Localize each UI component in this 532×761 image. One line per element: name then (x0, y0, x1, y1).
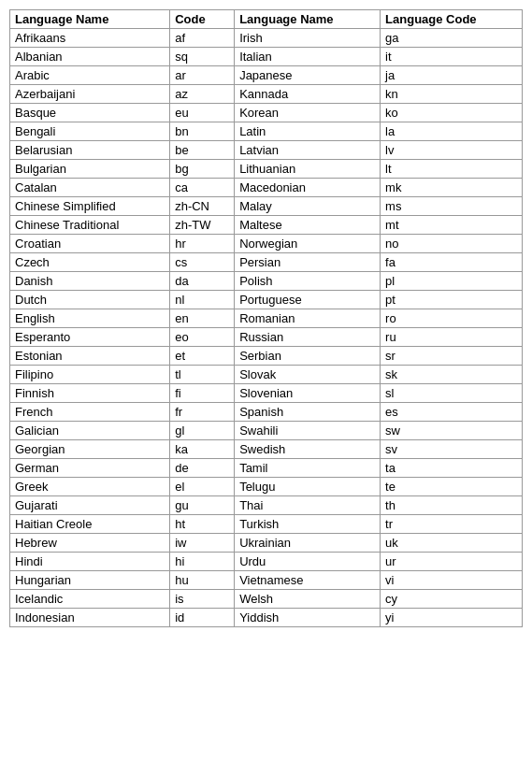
table-row: AlbaniansqItalianit (10, 48, 523, 66)
table-row: DanishdaPolishpl (10, 272, 523, 291)
col-header-lang-name-1: Language Name (10, 10, 170, 29)
cell-r25-c3: th (381, 496, 523, 515)
cell-r3-c3: kn (381, 85, 523, 104)
table-row: HebrewiwUkrainianuk (10, 534, 523, 553)
cell-r12-c1: cs (170, 253, 235, 272)
col-header-code-1: Code (170, 10, 235, 29)
table-row: FinnishfiSloveniansl (10, 384, 523, 403)
cell-r24-c3: te (381, 478, 523, 496)
cell-r28-c2: Urdu (235, 553, 381, 571)
cell-r11-c2: Norwegian (235, 235, 381, 253)
cell-r14-c0: Dutch (10, 291, 170, 309)
table-row: IndonesianidYiddishyi (10, 609, 523, 627)
cell-r0-c2: Irish (235, 29, 381, 48)
cell-r18-c2: Slovak (235, 366, 381, 384)
cell-r7-c1: bg (170, 160, 235, 179)
cell-r17-c2: Serbian (235, 347, 381, 366)
cell-r14-c3: pt (381, 291, 523, 309)
cell-r10-c0: Chinese Traditional (10, 216, 170, 235)
cell-r15-c2: Romanian (235, 309, 381, 328)
cell-r26-c1: ht (170, 515, 235, 534)
cell-r14-c2: Portuguese (235, 291, 381, 309)
cell-r5-c2: Latin (235, 122, 381, 141)
cell-r2-c3: ja (381, 66, 523, 85)
cell-r24-c2: Telugu (235, 478, 381, 496)
table-row: Chinese Simplifiedzh-CNMalayms (10, 197, 523, 216)
table-row: HungarianhuVietnamesevi (10, 571, 523, 590)
table-row: BelarusianbeLatvianlv (10, 141, 523, 160)
cell-r22-c1: ka (170, 440, 235, 459)
cell-r31-c3: yi (381, 609, 523, 627)
cell-r5-c1: bn (170, 122, 235, 141)
cell-r19-c2: Slovenian (235, 384, 381, 403)
table-row: BasqueeuKoreanko (10, 104, 523, 122)
cell-r5-c0: Bengali (10, 122, 170, 141)
cell-r30-c3: cy (381, 590, 523, 609)
cell-r6-c3: lv (381, 141, 523, 160)
cell-r21-c2: Swahili (235, 422, 381, 440)
cell-r20-c2: Spanish (235, 403, 381, 422)
cell-r24-c1: el (170, 478, 235, 496)
table-row: EnglishenRomanianro (10, 309, 523, 328)
cell-r24-c0: Greek (10, 478, 170, 496)
cell-r3-c2: Kannada (235, 85, 381, 104)
cell-r4-c3: ko (381, 104, 523, 122)
table-row: CroatianhrNorwegianno (10, 235, 523, 253)
cell-r23-c3: ta (381, 459, 523, 478)
cell-r30-c2: Welsh (235, 590, 381, 609)
cell-r29-c3: vi (381, 571, 523, 590)
cell-r30-c0: Icelandic (10, 590, 170, 609)
cell-r21-c0: Galician (10, 422, 170, 440)
cell-r0-c1: af (170, 29, 235, 48)
cell-r26-c3: tr (381, 515, 523, 534)
cell-r22-c2: Swedish (235, 440, 381, 459)
cell-r4-c0: Basque (10, 104, 170, 122)
table-header-row: Language Name Code Language Name Languag… (10, 10, 523, 29)
table-row: IcelandicisWelshcy (10, 590, 523, 609)
cell-r19-c3: sl (381, 384, 523, 403)
cell-r15-c1: en (170, 309, 235, 328)
cell-r18-c1: tl (170, 366, 235, 384)
table-row: EstonianetSerbiansr (10, 347, 523, 366)
cell-r27-c2: Ukrainian (235, 534, 381, 553)
cell-r1-c3: it (381, 48, 523, 66)
cell-r11-c1: hr (170, 235, 235, 253)
cell-r22-c0: Georgian (10, 440, 170, 459)
col-header-lang-name-2: Language Name (235, 10, 381, 29)
cell-r7-c2: Lithuanian (235, 160, 381, 179)
cell-r1-c0: Albanian (10, 48, 170, 66)
cell-r25-c0: Gujarati (10, 496, 170, 515)
cell-r29-c0: Hungarian (10, 571, 170, 590)
cell-r7-c3: lt (381, 160, 523, 179)
col-header-lang-code-2: Language Code (381, 10, 523, 29)
cell-r2-c1: ar (170, 66, 235, 85)
cell-r11-c0: Croatian (10, 235, 170, 253)
cell-r5-c3: la (381, 122, 523, 141)
cell-r18-c3: sk (381, 366, 523, 384)
cell-r10-c3: mt (381, 216, 523, 235)
cell-r9-c1: zh-CN (170, 197, 235, 216)
cell-r23-c0: German (10, 459, 170, 478)
cell-r2-c0: Arabic (10, 66, 170, 85)
cell-r19-c1: fi (170, 384, 235, 403)
cell-r6-c2: Latvian (235, 141, 381, 160)
cell-r28-c3: ur (381, 553, 523, 571)
cell-r10-c2: Maltese (235, 216, 381, 235)
table-row: CatalancaMacedonianmk (10, 179, 523, 197)
cell-r16-c2: Russian (235, 328, 381, 347)
cell-r15-c3: ro (381, 309, 523, 328)
cell-r9-c3: ms (381, 197, 523, 216)
cell-r28-c0: Hindi (10, 553, 170, 571)
cell-r1-c1: sq (170, 48, 235, 66)
table-row: DutchnlPortuguesept (10, 291, 523, 309)
cell-r16-c1: eo (170, 328, 235, 347)
cell-r3-c0: Azerbaijani (10, 85, 170, 104)
cell-r12-c0: Czech (10, 253, 170, 272)
cell-r10-c1: zh-TW (170, 216, 235, 235)
cell-r29-c2: Vietnamese (235, 571, 381, 590)
cell-r4-c2: Korean (235, 104, 381, 122)
cell-r31-c2: Yiddish (235, 609, 381, 627)
table-row: HindihiUrduur (10, 553, 523, 571)
cell-r21-c3: sw (381, 422, 523, 440)
table-row: BulgarianbgLithuanianlt (10, 160, 523, 179)
